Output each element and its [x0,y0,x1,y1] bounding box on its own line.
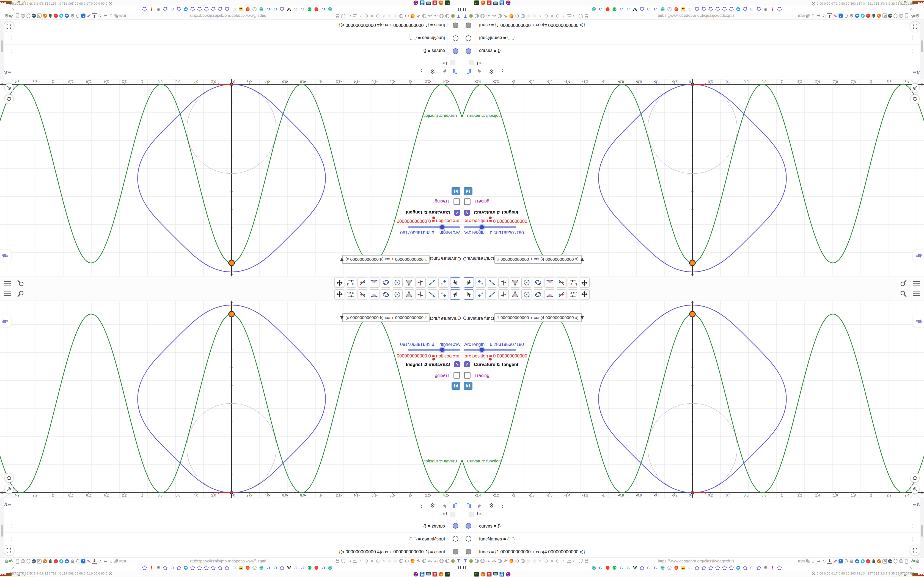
perpendicular-line-tool-icon[interactable] [415,289,426,300]
favicon-G[interactable]: G [273,565,278,570]
translate-icon[interactable]: A [114,13,119,19]
gear-icon[interactable]: ⚙ [915,13,920,19]
folder-icon[interactable] [352,558,357,564]
favicon-gear[interactable]: ⚙ [156,565,161,570]
home-button[interactable] [5,95,13,103]
favicon-ggb[interactable] [743,565,748,570]
favicon-ggb[interactable] [163,565,168,570]
tracing-checkbox[interactable] [454,198,460,205]
favicon-ggb[interactable] [777,7,782,12]
visibility-toggle[interactable] [465,48,471,54]
row-kebab-icon[interactable]: ⋮ [910,36,915,41]
point-tool-icon[interactable]: A [438,277,449,288]
algebra-kebab-icon[interactable]: ⋮ [419,503,424,508]
arc-length-knob[interactable] [480,225,484,229]
shield-icon[interactable] [578,558,583,564]
algebra-row-2[interactable]: funcNames = {" "}⋮ [462,532,924,545]
gear-icon[interactable]: ⚙ [404,558,409,564]
shield-icon[interactable] [341,13,346,19]
slider-tool-icon[interactable]: a = 2 [568,277,578,288]
settings-gear-button[interactable]: ⚙ [487,67,496,76]
funnel-icon[interactable] [462,558,468,564]
gauge-icon[interactable] [486,558,491,564]
visibility-toggle[interactable] [453,35,459,41]
chevron-up-icon[interactable]: ∧ [909,7,912,12]
ring-icon[interactable] [543,13,549,19]
funnel-icon[interactable] [462,13,468,19]
chevron-down-icon[interactable]: ▼ [578,315,586,320]
taskbar-app-mask[interactable] [413,572,418,577]
favicon-ggb[interactable] [715,565,720,570]
chevron-down-icon[interactable]: ▼ [338,257,346,262]
reflect-tool-icon[interactable] [556,277,567,288]
globe-icon[interactable] [474,13,479,19]
gear-icon[interactable]: ⚙ [515,13,520,19]
perpendicular-line-tool-icon[interactable] [498,289,509,300]
favicon-ggb[interactable] [211,7,216,12]
panel-scrollbar[interactable] [920,19,924,79]
download-icon[interactable]: ↓ [92,558,97,564]
algebra-row-3[interactable]: funcs = {1.000000000000 + cos(4.00000000… [462,545,924,558]
uo-dark-icon[interactable]: UO [31,558,37,564]
scrollbar-thumb[interactable] [1,525,3,537]
globe-icon[interactable] [439,558,444,564]
d-box-icon[interactable]: D [882,13,887,19]
forward-icon[interactable]: → [816,558,821,564]
firefox-icon[interactable] [509,558,514,564]
graphics-view[interactable]: -2.4-2.2-2-1.8-1.6-1.4-1.2-1-0.8-0.6-0.4… [462,301,924,498]
globe-icon[interactable] [422,558,427,564]
chevron-down-icon[interactable]: ▼ [338,315,346,320]
algebra-row-1[interactable]: curves = {}⋮ [462,45,924,57]
settings-gear-button[interactable]: ⚙ [487,501,496,510]
graphics-view[interactable]: -2.4-2.2-2-1.8-1.6-1.4-1.2-1-0.8-0.6-0.4… [0,301,462,498]
zoom-in-button[interactable] [911,485,919,493]
curvature-point[interactable] [229,260,234,266]
forward-icon[interactable]: → [103,558,108,564]
favicon-teal[interactable] [259,7,264,12]
ellipse-tool-icon[interactable] [381,277,391,288]
polygon-tool-icon[interactable] [510,289,520,300]
favicon-ggb[interactable] [279,7,284,12]
page-icon[interactable] [904,13,909,19]
dot-icon[interactable] [538,558,543,564]
favicon-ggb[interactable] [640,7,645,12]
favicon-info[interactable]: i [667,7,672,12]
folder-icon[interactable] [567,13,572,19]
move-graphics-tool-icon[interactable] [334,277,345,288]
taskbar-app-floppy64[interactable]: 64 [499,572,505,577]
funnel-icon[interactable] [456,13,462,19]
oval-icon[interactable] [843,13,849,19]
gear-icon[interactable]: ⚙ [70,558,75,564]
play-pause-button[interactable] [464,187,472,195]
move-tool-icon[interactable] [450,277,460,288]
line-tool-icon[interactable] [487,277,497,288]
uo-dark-icon[interactable]: UO [31,13,37,19]
favicon-G[interactable]: G [266,565,271,570]
algebra-row-1[interactable]: curves = {}⋮ [462,520,924,532]
favicon-G[interactable]: G [293,565,298,570]
star-icon[interactable]: ☆ [108,13,113,19]
favicon-W[interactable]: W [286,565,291,570]
ghost-icon[interactable] [526,558,531,564]
reflect-tool-icon[interactable] [357,277,368,288]
arc-position-point[interactable] [230,83,233,86]
favicon-G[interactable]: G [170,565,174,570]
row-kebab-icon[interactable]: ⋮ [9,524,14,529]
visibility-toggle[interactable] [465,23,471,28]
visibility-toggle[interactable] [453,48,459,54]
arc-position-knob[interactable] [489,358,492,361]
move-graphics-tool-icon[interactable] [334,289,345,300]
gauge-icon[interactable] [433,558,438,564]
taskbar-app-red-gear[interactable]: ⚙ [432,0,438,5]
favicon-G[interactable]: G [300,7,305,12]
favicon-f[interactable]: f [770,7,775,12]
ring-icon[interactable] [555,558,560,564]
ring-icon[interactable] [555,13,560,19]
favicon-ya[interactable]: R [674,565,679,570]
favicon-W[interactable]: W [286,7,291,12]
visibility-toggle[interactable] [453,549,459,554]
gear-icon[interactable]: ⚙ [404,13,409,19]
visibility-toggle[interactable] [465,523,471,529]
favicon-ggb[interactable] [640,565,645,570]
arrow-left-icon[interactable]: ← [572,13,577,19]
